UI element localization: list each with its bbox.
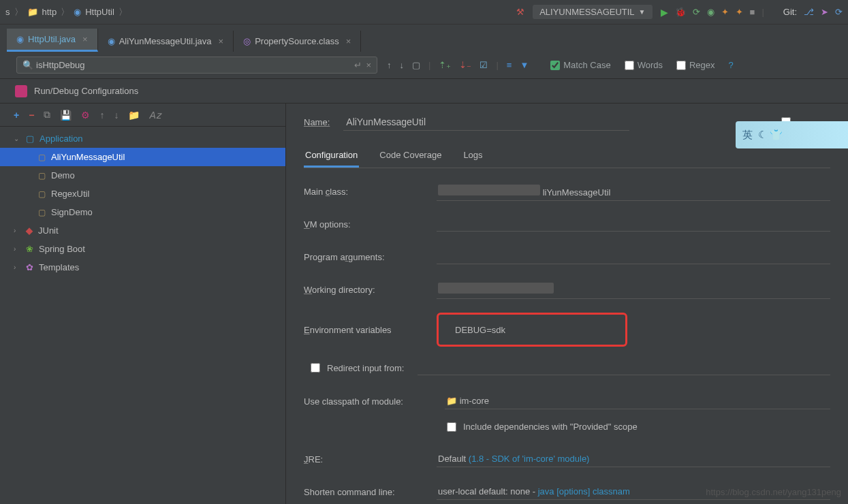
git-label: Git: [783, 7, 797, 17]
chevron-right-icon: › [14, 227, 20, 234]
tree-label: SignDemo [51, 207, 93, 217]
close-icon[interactable]: × [219, 36, 224, 46]
filter-icon[interactable]: ≡ [507, 60, 512, 70]
newline-icon[interactable]: ↵ [354, 60, 362, 70]
git-update-icon[interactable]: ⟳ [835, 7, 843, 17]
select-all-occurrences-icon[interactable]: ☑ [480, 60, 488, 70]
program-args-input[interactable] [437, 249, 830, 264]
edit-defaults-icon[interactable]: ⚙ [81, 110, 90, 121]
tab-httputil[interactable]: ◉ HttpUtil.java × [7, 29, 98, 52]
hammer-build-icon[interactable]: ⚒ [516, 7, 524, 17]
env-vars-value[interactable]: DEBUG=sdk [455, 325, 505, 335]
chevron-right-icon: › [14, 264, 20, 271]
tree-item-signdemo[interactable]: ▢ SignDemo [0, 203, 285, 221]
tree-templates-root[interactable]: › ✿ Templates [0, 258, 285, 277]
attach2-icon[interactable]: ✦ [736, 7, 743, 17]
tree-spring-root[interactable]: › ❀ Spring Boot [0, 240, 285, 258]
words-checkbox[interactable]: Words [625, 60, 663, 70]
remove-selection-icon[interactable]: ⇣₋ [459, 60, 471, 70]
match-case-checkbox[interactable]: Match Case [550, 60, 610, 70]
tree-label: RegexUtil [51, 189, 89, 199]
find-bar: 🔍 ↵ × ↑ ↓ ▢ | ⇡₊ ⇣₋ ☑ | ≡ ▼ Match Case W… [0, 52, 848, 79]
tree-application-root[interactable]: ⌄ ▢ Application [0, 129, 285, 148]
junit-icon: ◆ [26, 225, 33, 236]
tree-label: Spring Boot [39, 244, 85, 254]
chevron-down-icon: ⌄ [14, 135, 20, 142]
tree-item-demo[interactable]: ▢ Demo [0, 166, 285, 185]
profiler-icon[interactable]: ◉ [707, 7, 714, 17]
move-up-icon[interactable]: ↑ [99, 110, 104, 121]
working-dir-label: Working directory: [304, 285, 437, 295]
next-match-icon[interactable]: ↓ [400, 60, 405, 70]
tab-logs[interactable]: Logs [462, 144, 484, 168]
funnel-icon[interactable]: ▼ [520, 60, 529, 70]
copy-config-icon[interactable]: ⧉ [44, 109, 50, 121]
redirect-checkbox[interactable] [311, 363, 320, 373]
close-icon[interactable]: × [346, 36, 351, 46]
remove-config-icon[interactable]: − [29, 110, 34, 121]
breadcrumb-class[interactable]: HttpUtil [85, 7, 114, 17]
prev-match-icon[interactable]: ↑ [387, 60, 392, 70]
config-form: Name: Share throu Configuration Code Cov… [286, 104, 848, 504]
tab-configuration[interactable]: Configuration [304, 144, 359, 168]
include-provided-label: Include dependencies with "Provided" sco… [463, 422, 638, 432]
main-class-label: Main class: [304, 187, 437, 197]
ime-widget[interactable]: 英 ☾ 👕 [736, 121, 848, 148]
run-config-selector[interactable]: ALIYUNMESSAGEUTIL ▼ [533, 5, 652, 19]
config-tree: ⌄ ▢ Application ▢ AliYunMessageUtil ▢ De… [0, 127, 285, 279]
env-vars-highlight: DEBUG=sdk [437, 313, 627, 347]
config-name-input[interactable] [343, 114, 629, 131]
tree-item-regexutil[interactable]: ▢ RegexUtil [0, 185, 285, 203]
top-breadcrumb-bar: s 〉 📁 http 〉 ◉ HttpUtil 〉 ⚒ ALIYUNMESSAG… [0, 0, 848, 25]
program-args-label: Program arguments: [304, 252, 437, 262]
debug-icon[interactable]: 🐞 [675, 7, 686, 17]
sort-az-icon[interactable]: Aᴢ [149, 110, 160, 121]
vm-options-input[interactable] [437, 217, 830, 232]
breadcrumb-folder[interactable]: http [42, 7, 57, 17]
class-icon: ◉ [74, 7, 81, 17]
run-icon[interactable]: ▶ [661, 7, 668, 18]
chevron-down-icon: ▼ [639, 8, 646, 16]
search-input-container[interactable]: 🔍 ↵ × [16, 57, 377, 74]
add-selection-icon[interactable]: ⇡₊ [439, 60, 451, 70]
tree-junit-root[interactable]: › ◆ JUnit [0, 221, 285, 240]
class-file-icon: ◎ [243, 36, 251, 46]
add-config-icon[interactable]: + [14, 110, 19, 121]
select-all-icon[interactable]: ▢ [412, 60, 420, 70]
watermark: https://blog.csdn.net/yang131peng [706, 487, 841, 497]
close-icon[interactable]: × [82, 34, 88, 44]
working-dir-input[interactable] [437, 280, 830, 299]
tab-coverage[interactable]: Code Coverage [378, 144, 443, 168]
coverage-icon[interactable]: ⟳ [693, 7, 700, 17]
include-provided-checkbox[interactable] [447, 422, 456, 432]
folder-icon[interactable]: 📁 [128, 110, 140, 121]
tree-label: JUnit [38, 225, 59, 236]
gear-icon: ✿ [26, 262, 33, 272]
redirect-label: Redirect input from: [327, 363, 404, 373]
git-branch-icon[interactable]: ⎇ [804, 7, 814, 17]
attach-icon[interactable]: ✦ [721, 7, 729, 17]
main-class-input[interactable]: liYunMessageUtil [437, 182, 830, 201]
move-down-icon[interactable]: ↓ [114, 110, 119, 121]
redacted-icon [438, 283, 554, 294]
clear-icon[interactable]: × [366, 60, 371, 70]
tab-propertysource[interactable]: ◎ PropertySource.class × [234, 31, 361, 52]
help-icon[interactable]: ? [729, 60, 734, 70]
git-commit-icon[interactable]: ➤ [821, 7, 828, 17]
tree-label: AliYunMessageUtil [51, 152, 125, 162]
jre-select[interactable]: Default (1.8 - SDK of 'im-core' module) [437, 451, 830, 467]
regex-checkbox[interactable]: Regex [676, 60, 715, 70]
java-file-icon: ◉ [16, 34, 24, 44]
tab-aliyun[interactable]: ◉ AliYunMessageUtil.java × [98, 31, 234, 52]
dialog-title: Run/Debug Configurations [34, 86, 138, 96]
module-select[interactable]: 📁 im-core [445, 393, 830, 409]
save-config-icon[interactable]: 💾 [60, 110, 72, 121]
tree-item-aliyun[interactable]: ▢ AliYunMessageUtil [0, 148, 285, 166]
redirect-input[interactable] [418, 360, 830, 375]
breadcrumb[interactable]: s 〉 📁 http 〉 ◉ HttpUtil 〉 [5, 6, 127, 18]
ime-icon: ☾ 👕 [758, 129, 783, 141]
chevron-right-icon: 〉 [14, 6, 23, 18]
app-icon: ▢ [38, 171, 46, 180]
stop-icon[interactable]: ■ [750, 7, 755, 17]
search-input[interactable] [36, 60, 350, 70]
